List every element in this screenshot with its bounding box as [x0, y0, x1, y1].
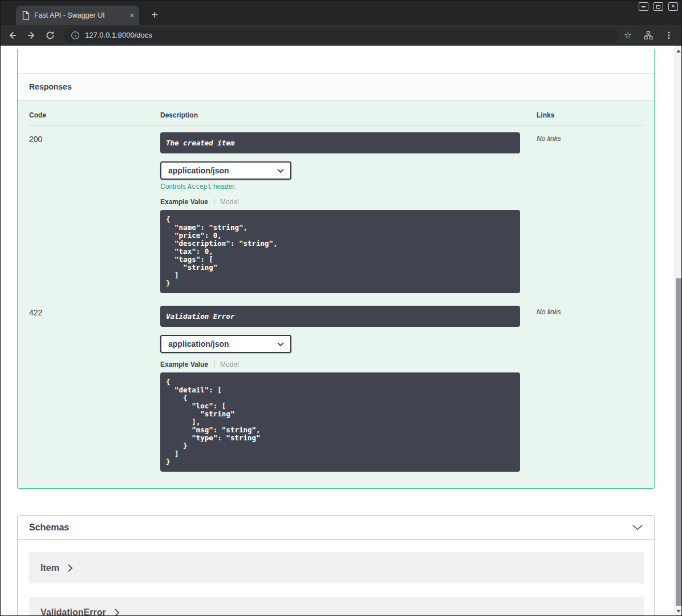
response-code-200: 200 — [29, 125, 160, 299]
arrow-up-icon — [676, 50, 681, 52]
schemas-section: Schemas Item ValidationError — [17, 515, 655, 616]
tab-close-icon[interactable]: ✕ — [129, 13, 135, 19]
minimize-icon — [642, 6, 646, 7]
toolbar-actions: ☆ — [618, 26, 679, 44]
example-value-tab[interactable]: Example Value — [160, 361, 214, 368]
schemas-list: Item ValidationError — [18, 540, 654, 616]
response-422-example-json: { "detail": [ { "loc": [ "string" ], "ms… — [160, 372, 520, 472]
chevron-right-icon — [67, 564, 73, 573]
schema-name: Item — [40, 563, 59, 573]
accept-note-after: header. — [212, 183, 236, 191]
media-type-select-422[interactable]: application/json — [160, 335, 291, 353]
tab-title: Fast API - Swagger UI — [34, 11, 126, 19]
window-maximize-button[interactable] — [653, 2, 663, 11]
schemas-title: Schemas — [29, 522, 69, 533]
scrollbar-thumb[interactable] — [676, 278, 681, 606]
new-tab-button[interactable]: + — [147, 7, 162, 22]
address-bar[interactable]: 127.0.0.1:8000/docs — [64, 27, 618, 43]
schema-item-row[interactable]: Item — [29, 552, 644, 583]
accept-note-before: Controls — [160, 183, 188, 191]
page-scrollbar[interactable] — [675, 46, 682, 616]
window-close-button[interactable]: ✕ — [668, 2, 678, 11]
column-header-links: Links — [537, 108, 643, 125]
swagger-docs-page: Responses Code Description Links 200 The… — [0, 46, 675, 616]
model-tab[interactable]: Model — [220, 198, 239, 205]
browser-toolbar: 127.0.0.1:8000/docs ☆ — [0, 25, 682, 46]
chevron-down-icon — [277, 342, 284, 346]
site-info-icon[interactable] — [71, 31, 80, 40]
url-text[interactable]: 127.0.0.1:8000/docs — [85, 31, 152, 39]
media-type-value: application/json — [168, 166, 229, 175]
response-200-links: No links — [537, 125, 643, 299]
example-value-tab[interactable]: Example Value — [160, 198, 214, 205]
response-200-description: The created item — [160, 132, 520, 153]
close-icon: ✕ — [671, 4, 676, 9]
back-button[interactable] — [3, 26, 22, 44]
model-tab[interactable]: Model — [220, 361, 239, 368]
reload-icon — [45, 30, 55, 40]
chevron-down-icon — [277, 169, 284, 173]
schema-name: ValidationError — [40, 607, 106, 616]
maximize-icon — [656, 5, 660, 9]
column-header-code: Code — [29, 108, 160, 125]
response-200-description-cell: The created item application/json Contro… — [160, 125, 537, 299]
response-422-description: Validation Error — [160, 306, 520, 327]
forward-arrow-icon — [26, 30, 36, 40]
example-model-tabs-422: Example Value Model — [160, 361, 537, 368]
bookmark-star-icon[interactable]: ☆ — [618, 26, 638, 44]
extension-sitemap-icon[interactable] — [638, 26, 659, 44]
arrow-down-icon — [676, 610, 681, 613]
chevron-right-icon — [114, 608, 120, 616]
browser-menu-icon[interactable] — [659, 26, 679, 44]
responses-table: Code Description Links 200 The created i… — [18, 100, 654, 489]
page-favicon-icon — [22, 11, 30, 20]
responses-title: Responses — [29, 82, 72, 91]
opblock-post: Responses Code Description Links 200 The… — [17, 49, 655, 489]
column-header-description: Description — [160, 108, 537, 125]
chevron-down-icon[interactable] — [632, 525, 643, 530]
back-arrow-icon — [7, 30, 18, 40]
schema-validationerror-row[interactable]: ValidationError — [29, 597, 644, 616]
accept-header-note: Controls Accept header. — [160, 183, 537, 191]
scroll-up-button[interactable] — [675, 47, 682, 55]
window-minimize-button[interactable] — [639, 2, 648, 11]
response-422-links: No links — [537, 299, 643, 477]
scroll-down-button[interactable] — [675, 607, 682, 615]
schemas-header[interactable]: Schemas — [18, 516, 654, 540]
media-type-select-200[interactable]: application/json — [160, 161, 291, 180]
reload-button[interactable] — [41, 26, 59, 44]
window-controls: ✕ — [639, 2, 678, 11]
forward-button[interactable] — [22, 26, 40, 44]
media-type-value: application/json — [168, 339, 229, 348]
browser-tab[interactable]: Fast API - Swagger UI ✕ — [16, 6, 139, 25]
example-model-tabs-200: Example Value Model — [160, 198, 537, 205]
responses-section-header: Responses — [18, 73, 654, 100]
accept-note-code: Accept — [188, 183, 212, 191]
response-code-422: 422 — [29, 299, 160, 477]
response-200-example-json: { "name": "string", "price": 0, "descrip… — [160, 210, 520, 293]
browser-titlebar: Fast API - Swagger UI ✕ + ✕ — [0, 0, 682, 25]
response-422-description-cell: Validation Error application/json Exampl… — [160, 299, 537, 477]
opblock-top-section — [18, 49, 654, 73]
